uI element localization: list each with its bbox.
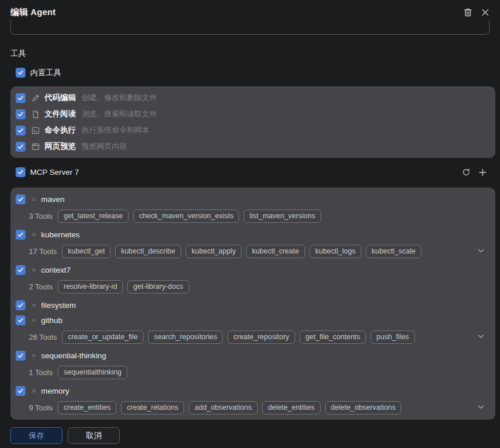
tool-tag[interactable]: list_maven_versions — [244, 210, 321, 223]
chevron-down-icon — [477, 332, 485, 342]
tool-tag[interactable]: get-library-docs — [127, 280, 189, 293]
tool-tag[interactable]: kubectl_scale — [366, 245, 421, 258]
agent-prompt-input[interactable] — [10, 20, 490, 35]
mcp-server-name-row[interactable]: filesystem — [16, 299, 490, 311]
mcp-server-name: github — [41, 316, 62, 325]
tool-tag[interactable]: get_file_contents — [300, 331, 366, 344]
tool-tag[interactable]: delete_observations — [325, 401, 402, 414]
mcp-server-item-checkbox[interactable] — [16, 300, 25, 310]
tools-count-label: 1 Tools — [29, 368, 53, 377]
expand-tools-button[interactable] — [477, 332, 485, 342]
builtin-tools-panel: 代码编辑创建、修改和删除文件文件阅读浏览、搜索和读取文件命令执行执行系统命令和脚… — [10, 86, 495, 158]
tool-tag[interactable]: kubectl_create — [246, 245, 304, 258]
cancel-button[interactable]: 取消 — [68, 427, 120, 444]
builtin-tools-group-row: 内置工具 — [16, 68, 490, 78]
tools-section-label: 工具 — [10, 49, 490, 58]
header-actions — [463, 8, 490, 17]
builtin-tools-checkbox[interactable] — [16, 68, 25, 78]
mcp-server-group-label: MCP Server 7 — [30, 168, 79, 177]
tool-tag[interactable]: check_maven_version_exists — [133, 210, 239, 223]
pencil-icon — [31, 94, 40, 102]
builtin-tool-row[interactable]: 命令执行执行系统命令和脚本 — [16, 122, 490, 138]
server-status-dot-icon — [32, 390, 35, 392]
tools-count-label: 2 Tools — [29, 282, 53, 291]
tool-tag[interactable]: add_observations — [189, 401, 258, 414]
mcp-server-item-checkbox[interactable] — [16, 194, 25, 204]
tool-tag[interactable]: create_relations — [121, 401, 184, 414]
mcp-server-block: context72 Toolsresolve-library-idget-lib… — [16, 264, 490, 294]
builtin-tool-description: 创建、修改和删除文件 — [82, 93, 157, 103]
tool-tag[interactable]: create_repository — [227, 331, 295, 344]
builtin-tool-name: 网页预览 — [45, 141, 76, 152]
expand-tools-button[interactable] — [477, 403, 485, 413]
save-button[interactable]: 保存 — [10, 427, 62, 444]
tool-tag[interactable]: resolve-library-id — [58, 280, 123, 293]
mcp-server-item-checkbox[interactable] — [16, 315, 25, 325]
tool-tag[interactable]: delete_entities — [262, 401, 321, 414]
mcp-server-item-checkbox[interactable] — [16, 230, 25, 240]
tool-tag[interactable]: kubectl_apply — [186, 245, 241, 258]
terminal-icon — [31, 126, 40, 135]
tools-count-label: 17 Tools — [29, 247, 57, 256]
builtin-tool-name: 命令执行 — [45, 125, 76, 135]
mcp-server-tools-row: 17 Toolskubectl_getkubectl_describekubec… — [29, 244, 490, 259]
builtin-tool-checkbox[interactable] — [16, 93, 25, 103]
dialog-title: 编辑 Agent — [10, 7, 56, 18]
builtin-tools-group-label: 内置工具 — [30, 68, 61, 78]
mcp-servers-panel: maven3 Toolsget_latest_releasecheck_mave… — [10, 188, 495, 420]
mcp-server-block: github26 Toolscreate_or_update_filesearc… — [16, 314, 490, 344]
close-icon — [481, 8, 490, 17]
mcp-server-block: kubernetes17 Toolskubectl_getkubectl_des… — [16, 229, 490, 259]
tools-count-label: 26 Tools — [29, 333, 57, 341]
mcp-server-name-row[interactable]: kubernetes — [16, 229, 490, 240]
tool-tag[interactable]: kubectl_get — [62, 245, 111, 258]
builtin-tool-checkbox[interactable] — [16, 126, 25, 135]
mcp-server-tools-row: 3 Toolsget_latest_releasecheck_maven_ver… — [29, 208, 490, 223]
mcp-server-block: filesystem — [16, 299, 490, 311]
mcp-server-name: context7 — [41, 266, 71, 274]
mcp-server-tools-row: 1 Toolssequentialthinking — [29, 365, 490, 380]
edit-agent-dialog: 编辑 Agent 工具 内置工具 — [0, 0, 500, 448]
tool-tag[interactable]: search_repositories — [148, 331, 223, 344]
mcp-server-item-checkbox[interactable] — [16, 265, 25, 275]
mcp-server-block: memory9 Toolscreate_entitiescreate_relat… — [16, 385, 490, 415]
browser-icon — [31, 142, 40, 151]
delete-agent-button[interactable] — [463, 8, 473, 17]
builtin-tool-checkbox[interactable] — [16, 109, 25, 119]
refresh-servers-button[interactable] — [462, 168, 470, 177]
builtin-tool-row[interactable]: 代码编辑创建、修改和删除文件 — [16, 90, 490, 106]
tool-tag[interactable]: sequentialthinking — [58, 366, 127, 379]
mcp-server-checkbox[interactable] — [16, 167, 25, 177]
mcp-server-item-checkbox[interactable] — [16, 351, 25, 361]
mcp-server-name-row[interactable]: sequential-thinking — [16, 350, 490, 361]
mcp-server-item-checkbox[interactable] — [16, 386, 25, 396]
add-icon — [478, 168, 487, 177]
tool-tag[interactable]: create_entities — [58, 401, 116, 414]
trash-icon — [463, 8, 473, 17]
tool-tag[interactable]: push_files — [370, 331, 414, 344]
tool-tag[interactable]: create_or_update_file — [62, 331, 144, 344]
mcp-server-group-row: MCP Server 7 — [16, 167, 490, 177]
mcp-server-name-row[interactable]: memory — [16, 385, 490, 396]
add-server-button[interactable] — [478, 168, 487, 177]
expand-tools-button[interactable] — [477, 247, 485, 256]
server-status-dot-icon — [32, 233, 35, 236]
builtin-tool-row[interactable]: 文件阅读浏览、搜索和读取文件 — [16, 106, 490, 122]
builtin-tool-row[interactable]: 网页预览预览网页内容 — [16, 138, 490, 155]
file-icon — [31, 110, 40, 119]
mcp-server-name-row[interactable]: github — [16, 314, 490, 326]
server-status-dot-icon — [32, 269, 35, 271]
builtin-tool-description: 预览网页内容 — [82, 141, 127, 152]
mcp-server-name-row[interactable]: context7 — [16, 264, 490, 276]
mcp-server-name-row[interactable]: maven — [16, 193, 490, 205]
tool-tag[interactable]: get_latest_release — [58, 210, 128, 223]
refresh-icon — [462, 168, 470, 177]
close-button[interactable] — [481, 8, 490, 17]
builtin-tool-name: 代码编辑 — [45, 93, 76, 103]
mcp-server-tools-row: 26 Toolscreate_or_update_filesearch_repo… — [29, 329, 490, 344]
mcp-server-name: kubernetes — [41, 230, 80, 239]
tool-tag[interactable]: kubectl_logs — [310, 245, 362, 258]
builtin-tool-checkbox[interactable] — [16, 142, 25, 152]
mcp-server-block: maven3 Toolsget_latest_releasecheck_mave… — [16, 193, 490, 223]
tool-tag[interactable]: kubectl_describe — [115, 245, 181, 258]
